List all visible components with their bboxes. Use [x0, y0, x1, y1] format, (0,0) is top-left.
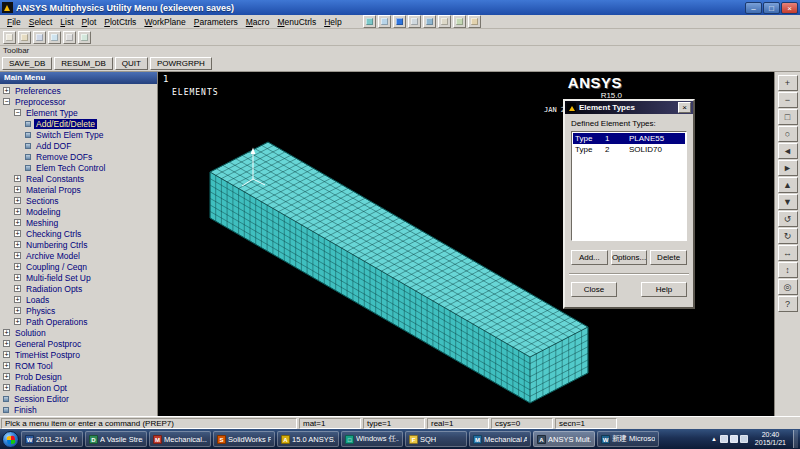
element-type-list[interactable]: Type1PLANE55Type2SOLID70 [571, 131, 687, 241]
lighting-tool-icon[interactable] [453, 15, 466, 28]
taskbar-item-mechanical-a[interactable]: MMechanical A... [469, 431, 531, 447]
dialog-close-icon[interactable]: × [678, 102, 691, 113]
taskbar-item-microso[interactable]: W新建 Microso... [597, 431, 659, 447]
element-type-row[interactable]: Type1PLANE55 [573, 133, 685, 144]
show-desktop-button[interactable] [793, 430, 798, 448]
powrgrph-button[interactable]: POWRGRPH [150, 57, 212, 70]
sidebar-item-general-postproc[interactable]: +General Postproc [0, 338, 157, 349]
network-icon[interactable] [740, 435, 748, 443]
sidebar-item-sections[interactable]: +Sections [0, 195, 157, 206]
expand-icon[interactable]: + [14, 263, 21, 270]
sidebar-item-finish[interactable]: Finish [0, 404, 157, 415]
expand-icon[interactable]: + [14, 241, 21, 248]
sidebar-item-material-props[interactable]: +Material Props [0, 184, 157, 195]
rotate-y-button[interactable]: ↕ [778, 262, 798, 278]
tray-overflow-icon[interactable]: ▲ [711, 436, 717, 442]
expand-icon[interactable]: + [3, 340, 10, 347]
workplane-toggle-icon[interactable] [408, 15, 421, 28]
pan-left-button[interactable]: ◄ [778, 143, 798, 159]
expand-icon[interactable]: + [14, 175, 21, 182]
taskbar-item-windows[interactable]: □Windows 任... [341, 431, 403, 447]
expand-icon[interactable]: + [14, 307, 21, 314]
close-button[interactable]: Close [571, 282, 617, 297]
collapse-icon[interactable]: − [14, 109, 21, 116]
model-display-icon[interactable] [378, 15, 391, 28]
sidebar-item-multi-field-set-up[interactable]: +Multi-field Set Up [0, 272, 157, 283]
expand-icon[interactable]: + [3, 384, 10, 391]
taskbar-item-a-vasile-stream[interactable]: DA Vasile Stream... [85, 431, 147, 447]
sidebar-item-checking-ctrls[interactable]: +Checking Ctrls [0, 228, 157, 239]
image-capture-icon[interactable] [78, 31, 91, 44]
pan-down-button[interactable]: ▼ [778, 194, 798, 210]
sidebar-item-timehist-postpro[interactable]: +TimeHist Postpro [0, 349, 157, 360]
new-analysis-icon[interactable] [3, 31, 16, 44]
view-help-button[interactable]: ? [778, 296, 798, 312]
menu-item-help[interactable]: Help [320, 16, 345, 28]
render-options-icon[interactable] [423, 15, 436, 28]
add-button[interactable]: Add... [571, 250, 608, 265]
zoom-in-button[interactable]: + [778, 75, 798, 91]
expand-icon[interactable]: + [14, 285, 21, 292]
expand-icon[interactable]: + [14, 186, 21, 193]
sidebar-item-elem-tech-control[interactable]: Elem Tech Control [0, 162, 157, 173]
menu-item-file[interactable]: File [3, 16, 25, 28]
expand-icon[interactable]: + [14, 197, 21, 204]
minimize-button[interactable]: – [745, 2, 762, 14]
sidebar-item-real-constants[interactable]: +Real Constants [0, 173, 157, 184]
taskbar-item-15-0-ansys[interactable]: A15.0 ANSYS... [277, 431, 339, 447]
expand-icon[interactable]: + [14, 219, 21, 226]
annotation-tool-icon[interactable] [438, 15, 451, 28]
menu-item-select[interactable]: Select [25, 16, 57, 28]
sidebar-item-modeling[interactable]: +Modeling [0, 206, 157, 217]
sidebar-item-loads[interactable]: +Loads [0, 294, 157, 305]
sidebar-item-preprocessor[interactable]: −Preprocessor [0, 96, 157, 107]
sidebar-item-numbering-ctrls[interactable]: +Numbering Ctrls [0, 239, 157, 250]
expand-icon[interactable]: + [14, 230, 21, 237]
dynamic-mode-button[interactable]: ◎ [778, 279, 798, 295]
menu-item-macro[interactable]: Macro [242, 16, 274, 28]
pan-right-button[interactable]: ► [778, 160, 798, 176]
expand-icon[interactable]: + [14, 318, 21, 325]
sidebar-item-preferences[interactable]: +Preferences [0, 85, 157, 96]
sidebar-item-radiation-opt[interactable]: +Radiation Opt [0, 382, 157, 393]
box-zoom-button[interactable]: □ [778, 109, 798, 125]
rotate-ccw-button[interactable]: ↺ [778, 211, 798, 227]
sidebar-item-physics[interactable]: +Physics [0, 305, 157, 316]
delete-button[interactable]: Delete [650, 250, 687, 265]
close-button[interactable]: × [781, 2, 798, 14]
resum-db-button[interactable]: RESUM_DB [54, 57, 112, 70]
sidebar-item-meshing[interactable]: +Meshing [0, 217, 157, 228]
sidebar-item-remove-dofs[interactable]: Remove DOFs [0, 151, 157, 162]
taskbar-item-mechanical[interactable]: MMechanical... [149, 431, 211, 447]
pan-up-button[interactable]: ▲ [778, 177, 798, 193]
menu-item-plot[interactable]: Plot [78, 16, 101, 28]
print-plot-icon[interactable] [63, 31, 76, 44]
quit-button[interactable]: QUIT [115, 57, 148, 70]
expand-icon[interactable]: + [3, 362, 10, 369]
expand-icon[interactable]: + [14, 296, 21, 303]
menu-item-plotctrls[interactable]: PlotCtrls [100, 16, 140, 28]
sidebar-item-switch-elem-type[interactable]: Switch Elem Type [0, 129, 157, 140]
element-type-row[interactable]: Type2SOLID70 [573, 144, 685, 155]
options-button[interactable]: Options... [611, 250, 648, 265]
sidebar-item-solution[interactable]: +Solution [0, 327, 157, 338]
expand-icon[interactable]: + [14, 274, 21, 281]
sidebar-item-radiation-opts[interactable]: +Radiation Opts [0, 283, 157, 294]
menu-item-menuctrls[interactable]: MenuCtrls [273, 16, 320, 28]
pan-zoom-rotate-icon[interactable] [48, 31, 61, 44]
expand-icon[interactable]: + [3, 329, 10, 336]
taskbar-item-2011-21-w[interactable]: W2011-21 - W... [21, 431, 83, 447]
sidebar-item-session-editor[interactable]: Session Editor [0, 393, 157, 404]
clock[interactable]: 20:40 2015/1/21 [751, 431, 790, 447]
sidebar-item-element-type[interactable]: −Element Type [0, 107, 157, 118]
dialog-title-bar[interactable]: Element Types × [565, 101, 693, 114]
maximize-button[interactable]: □ [763, 2, 780, 14]
taskbar-item-sqh[interactable]: FSQH [405, 431, 467, 447]
start-button[interactable] [2, 431, 19, 448]
active-coords-icon[interactable] [393, 15, 406, 28]
taskbar-item-ansys-mult[interactable]: AANSYS Mult... [533, 431, 595, 447]
collapse-icon[interactable]: − [3, 98, 10, 105]
save-db-button[interactable]: SAVE_DB [2, 57, 52, 70]
sidebar-item-coupling-ceqn[interactable]: +Coupling / Ceqn [0, 261, 157, 272]
menu-item-parameters[interactable]: Parameters [190, 16, 242, 28]
